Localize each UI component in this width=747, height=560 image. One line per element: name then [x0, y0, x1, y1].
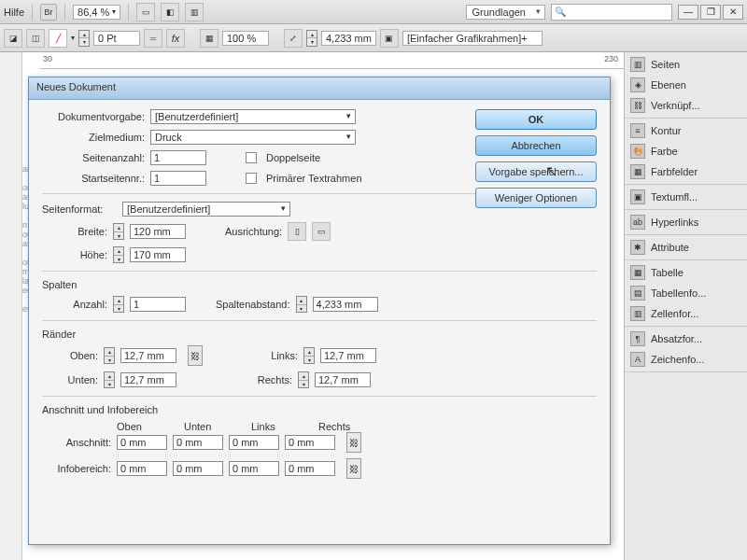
- bleed-bottom-input[interactable]: 0 mm: [173, 435, 223, 450]
- save-preset-button[interactable]: Vorgabe speichern...: [475, 161, 597, 182]
- link-bleed-icon[interactable]: ⛓: [346, 432, 361, 453]
- stroke-style-icon[interactable]: ═: [144, 29, 162, 48]
- margin-right-input[interactable]: 12,7 mm: [315, 372, 371, 387]
- panel-zellenformate[interactable]: ▥Zellenfor...: [625, 303, 747, 324]
- panel-hyperlinks[interactable]: abHyperlinks: [625, 212, 747, 232]
- panel-farbfelder[interactable]: ▦Farbfelder: [625, 161, 747, 182]
- margin-top-input[interactable]: 12,7 mm: [120, 348, 176, 363]
- measure-field[interactable]: 4,233 mm: [321, 31, 376, 46]
- zoom-field[interactable]: 86,4 % ▾: [73, 5, 120, 20]
- attributes-icon: ✱: [630, 240, 645, 255]
- panel-zeichenformate[interactable]: AZeichenfo...: [625, 349, 747, 370]
- stroke-weight-field[interactable]: 0 Pt: [93, 31, 140, 46]
- height-spinner[interactable]: ▴▾: [113, 246, 124, 263]
- opacity-field[interactable]: 100 %: [222, 31, 269, 46]
- margin-bottom-label: Unten:: [42, 374, 98, 385]
- stroke-swatch-icon[interactable]: ◫: [26, 29, 45, 48]
- margin-left-input[interactable]: 12,7 mm: [320, 348, 376, 363]
- margin-left-spinner[interactable]: ▴▾: [303, 347, 315, 364]
- landscape-icon[interactable]: ▭: [312, 222, 331, 241]
- hyperlinks-icon: ab: [630, 215, 645, 230]
- arrange-icon[interactable]: ▥: [185, 3, 204, 21]
- charstyles-icon: A: [630, 352, 645, 367]
- fill-swatch-icon[interactable]: ◪: [4, 29, 22, 48]
- effects-icon[interactable]: fx: [166, 29, 185, 48]
- intent-label: Zielmedium:: [42, 132, 145, 143]
- close-button[interactable]: ✕: [723, 5, 743, 20]
- ok-button[interactable]: OK: [475, 109, 597, 130]
- tools-panel: [0, 52, 22, 560]
- panel-kontur[interactable]: ≡Kontur: [625, 120, 747, 141]
- frame-icon[interactable]: ▣: [380, 29, 399, 48]
- pagesize-select[interactable]: [Benutzerdefiniert]: [122, 202, 290, 217]
- margin-left-label: Links:: [242, 350, 298, 361]
- panel-ebenen[interactable]: ◈Ebenen: [625, 75, 747, 95]
- color-icon: 🎨: [630, 144, 645, 159]
- textwrap-icon: ▣: [630, 189, 645, 204]
- search-icon: 🔍: [555, 7, 566, 17]
- margin-bottom-spinner[interactable]: ▴▾: [104, 371, 115, 388]
- stroke-icon: ≡: [630, 123, 645, 138]
- panel-seiten[interactable]: ▥Seiten: [625, 54, 747, 75]
- panel-attribute[interactable]: ✱Attribute: [625, 237, 747, 258]
- startpage-input[interactable]: 1: [150, 171, 206, 186]
- intent-select[interactable]: Druck: [150, 130, 356, 145]
- gutter-input[interactable]: 4,233 mm: [313, 297, 378, 312]
- pages-input[interactable]: 1: [150, 150, 206, 165]
- slug-right-input[interactable]: 0 mm: [285, 461, 335, 476]
- bleed-section-label: Anschnitt und Infobereich: [42, 404, 597, 415]
- panel-tabellenformate[interactable]: ▤Tabellenfo...: [625, 283, 747, 303]
- transform-icon[interactable]: ⤢: [284, 29, 303, 48]
- width-spinner[interactable]: ▴▾: [113, 223, 124, 240]
- facing-checkbox[interactable]: [246, 152, 257, 163]
- measure-spinner[interactable]: ▴▾: [306, 30, 317, 47]
- link-slug-icon[interactable]: ⛓: [346, 458, 361, 479]
- opacity-icon[interactable]: ▦: [200, 29, 218, 48]
- help-menu[interactable]: Hilfe: [4, 7, 24, 18]
- colcount-input[interactable]: 1: [130, 297, 186, 312]
- control-toolbar: ◪ ◫ ╱ ▾ ▴▾ 0 Pt ═ fx ▦ 100 % ⤢ ▴▾ 4,233 …: [0, 24, 747, 52]
- primary-frame-label: Primärer Textrahmen: [266, 173, 362, 184]
- maximize-button[interactable]: ❐: [700, 5, 721, 20]
- view-mode-icon[interactable]: ▭: [136, 3, 155, 21]
- slug-top-input[interactable]: 0 mm: [117, 461, 167, 476]
- bleed-top-input[interactable]: 0 mm: [117, 435, 167, 450]
- bridge-icon[interactable]: Br: [40, 4, 57, 21]
- panel-tabelle[interactable]: ▦Tabelle: [625, 262, 747, 283]
- preset-select[interactable]: [Benutzerdefiniert]: [150, 109, 356, 124]
- panel-verknuepfungen[interactable]: ⛓Verknüpf...: [625, 95, 747, 116]
- swatches-icon: ▦: [630, 164, 645, 179]
- dialog-title: Neues Dokument: [29, 77, 610, 100]
- object-style-field[interactable]: [Einfacher Grafikrahmen]+: [402, 31, 543, 46]
- colcount-spinner[interactable]: ▴▾: [113, 296, 124, 313]
- margin-bottom-input[interactable]: 12,7 mm: [120, 372, 176, 387]
- screen-mode-icon[interactable]: ◧: [161, 3, 179, 21]
- workspace-dropdown[interactable]: Grundlagen: [466, 5, 546, 20]
- bleed-right-input[interactable]: 0 mm: [285, 435, 335, 450]
- slug-left-input[interactable]: 0 mm: [229, 461, 279, 476]
- link-margins-icon[interactable]: ⛓: [188, 345, 203, 366]
- gutter-spinner[interactable]: ▴▾: [296, 296, 307, 313]
- fewer-options-button[interactable]: Weniger Optionen: [475, 188, 597, 208]
- gutter-label: Spaltenabstand:: [216, 299, 290, 310]
- cellstyles-icon: ▥: [630, 306, 645, 321]
- search-input[interactable]: 🔍: [551, 4, 672, 21]
- panel-textumfluss[interactable]: ▣Textumfl...: [625, 187, 747, 207]
- slug-bottom-input[interactable]: 0 mm: [173, 461, 223, 476]
- width-input[interactable]: 120 mm: [130, 224, 186, 239]
- primary-frame-checkbox[interactable]: [246, 173, 257, 184]
- margin-top-spinner[interactable]: ▴▾: [104, 347, 115, 364]
- margin-right-spinner[interactable]: ▴▾: [298, 371, 309, 388]
- height-input[interactable]: 170 mm: [130, 247, 186, 262]
- facing-label: Doppelseite: [266, 152, 320, 163]
- panel-farbe[interactable]: 🎨Farbe: [625, 141, 747, 161]
- cancel-button[interactable]: Abbrechen: [475, 135, 597, 156]
- panel-absatzformate[interactable]: ¶Absatzfor...: [625, 329, 747, 349]
- minimize-button[interactable]: —: [678, 5, 698, 20]
- no-fill-icon[interactable]: ╱: [49, 29, 67, 48]
- startpage-label: Startseitennr.:: [42, 173, 145, 184]
- width-label: Breite:: [42, 226, 107, 237]
- bleed-left-input[interactable]: 0 mm: [229, 435, 279, 450]
- portrait-icon[interactable]: ▯: [288, 222, 306, 241]
- stroke-spinner[interactable]: ▴▾: [78, 30, 90, 47]
